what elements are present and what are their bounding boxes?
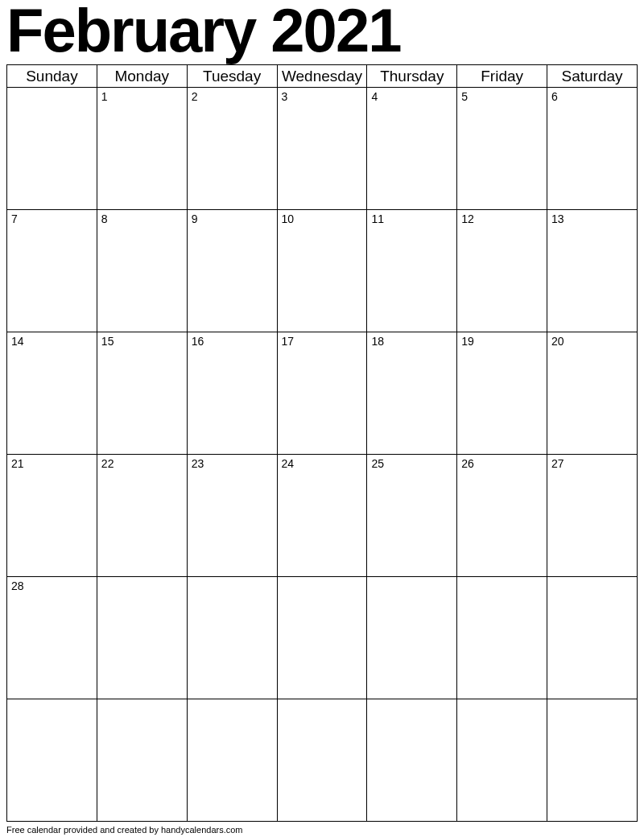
day-cell: 12 [457, 210, 547, 332]
day-cell [7, 699, 97, 822]
day-cell: 10 [277, 210, 367, 332]
day-cell [97, 577, 187, 699]
day-cell [367, 577, 457, 699]
day-cell: 24 [277, 455, 367, 577]
week-row: 1 2 3 4 5 6 [7, 88, 638, 210]
day-cell [7, 88, 97, 210]
day-cell [97, 699, 187, 822]
week-row [7, 699, 638, 822]
day-header: Thursday [367, 65, 457, 88]
day-header: Friday [457, 65, 547, 88]
day-cell: 28 [7, 577, 97, 699]
day-cell [187, 577, 277, 699]
day-header: Tuesday [187, 65, 277, 88]
day-cell: 5 [457, 88, 547, 210]
calendar-grid: Sunday Monday Tuesday Wednesday Thursday… [6, 64, 638, 822]
day-cell: 19 [457, 332, 547, 455]
day-cell [277, 699, 367, 822]
day-header-row: Sunday Monday Tuesday Wednesday Thursday… [7, 65, 638, 88]
day-cell [187, 699, 277, 822]
week-row: 14 15 16 17 18 19 20 [7, 332, 638, 455]
day-cell: 11 [367, 210, 457, 332]
week-row: 28 [7, 577, 638, 699]
calendar-title: February 2021 [0, 0, 644, 61]
day-cell: 17 [277, 332, 367, 455]
day-cell: 27 [547, 455, 638, 577]
day-cell: 14 [7, 332, 97, 455]
day-cell: 8 [97, 210, 187, 332]
day-cell: 25 [367, 455, 457, 577]
day-cell: 22 [97, 455, 187, 577]
day-cell: 7 [7, 210, 97, 332]
day-cell: 2 [187, 88, 277, 210]
day-header: Wednesday [277, 65, 367, 88]
day-cell [367, 699, 457, 822]
day-cell [457, 577, 547, 699]
day-cell: 23 [187, 455, 277, 577]
day-cell [277, 577, 367, 699]
day-cell [547, 577, 638, 699]
day-cell: 21 [7, 455, 97, 577]
day-cell: 20 [547, 332, 638, 455]
day-cell [457, 699, 547, 822]
day-cell: 9 [187, 210, 277, 332]
day-cell: 3 [277, 88, 367, 210]
week-row: 21 22 23 24 25 26 27 [7, 455, 638, 577]
day-cell: 15 [97, 332, 187, 455]
footer-attribution: Free calendar provided and created by ha… [0, 822, 644, 835]
day-header: Saturday [547, 65, 638, 88]
day-cell: 1 [97, 88, 187, 210]
day-cell: 13 [547, 210, 638, 332]
day-cell: 18 [367, 332, 457, 455]
day-header: Monday [97, 65, 187, 88]
day-cell [547, 699, 638, 822]
day-cell: 4 [367, 88, 457, 210]
week-row: 7 8 9 10 11 12 13 [7, 210, 638, 332]
day-cell: 6 [547, 88, 638, 210]
day-header: Sunday [7, 65, 97, 88]
day-cell: 16 [187, 332, 277, 455]
day-cell: 26 [457, 455, 547, 577]
